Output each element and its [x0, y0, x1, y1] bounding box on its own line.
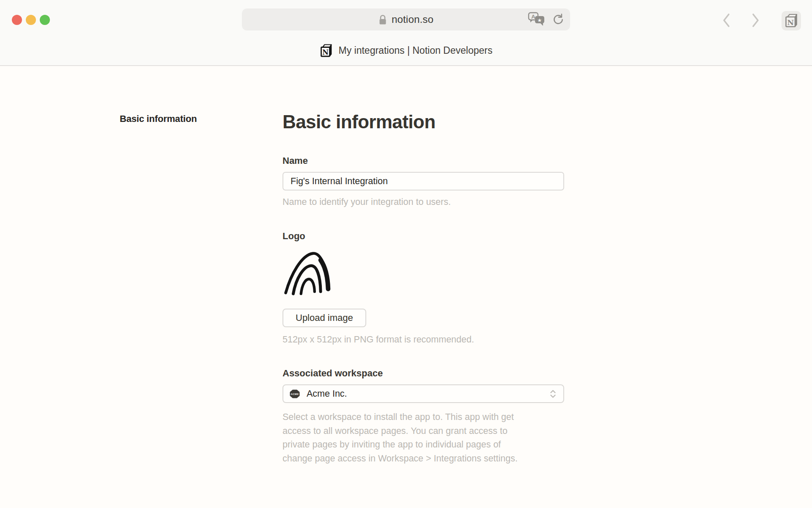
minimize-window-button[interactable] [26, 15, 36, 25]
logo-label: Logo [283, 231, 565, 242]
sidebar-item-basic-information[interactable]: Basic information [120, 113, 197, 124]
url-text: notion.so [392, 14, 433, 25]
acme-workspace-badge-icon: ACME [290, 389, 300, 398]
workspace-help-line: Select a workspace to install the app to… [283, 410, 565, 424]
svg-text:N: N [322, 48, 329, 56]
reload-icon[interactable] [551, 13, 565, 26]
associated-workspace-label: Associated workspace [283, 368, 565, 379]
workspace-help-line: private pages by inviting the app to ind… [283, 438, 565, 452]
name-input[interactable] [283, 172, 564, 190]
workspace-help-line: change page access in Workspace > Integr… [283, 452, 565, 466]
page-title: Basic information [283, 112, 565, 132]
name-help-text: Name to identify your integration to use… [283, 197, 565, 207]
workspace-selected-value: Acme Inc. [307, 389, 347, 399]
traffic-lights [12, 15, 50, 25]
logo-help-text: 512px x 512px in PNG format is recommend… [283, 334, 565, 345]
zoom-window-button[interactable] [40, 15, 50, 25]
basic-information-form: Basic information Name Name to identify … [283, 112, 565, 465]
name-label: Name [283, 155, 565, 166]
workspace-help-text: Select a workspace to install the app to… [283, 410, 565, 465]
svg-text:N: N [787, 18, 794, 27]
address-bar[interactable]: notion.so A ★ [242, 8, 570, 30]
svg-text:★: ★ [538, 17, 542, 23]
browser-window: notion.so A ★ [0, 0, 812, 508]
active-tab[interactable]: N My integrations | Notion Developers [0, 40, 812, 61]
notion-favicon-icon[interactable]: N [782, 11, 801, 30]
svg-text:A: A [531, 14, 535, 20]
close-window-button[interactable] [12, 15, 22, 25]
workspace-help-line: access to all workspace pages. You can g… [283, 424, 565, 438]
address-bar-actions: A ★ [528, 8, 565, 30]
svg-text:ACME: ACME [291, 393, 299, 395]
browser-chrome: notion.so A ★ [0, 0, 812, 66]
translate-icon[interactable]: A ★ [528, 12, 546, 27]
tab-title: My integrations | Notion Developers [339, 45, 493, 56]
back-chevron-icon[interactable] [719, 13, 734, 28]
forward-chevron-icon[interactable] [748, 13, 763, 28]
integration-logo-image [283, 251, 332, 296]
notion-logo-icon: N [320, 44, 333, 58]
chevron-up-down-icon [549, 389, 557, 399]
workspace-select[interactable]: ACME Acme Inc. [283, 384, 564, 403]
url-display: notion.so [242, 8, 570, 30]
upload-image-button[interactable]: Upload image [283, 309, 366, 327]
lock-icon [379, 14, 387, 25]
